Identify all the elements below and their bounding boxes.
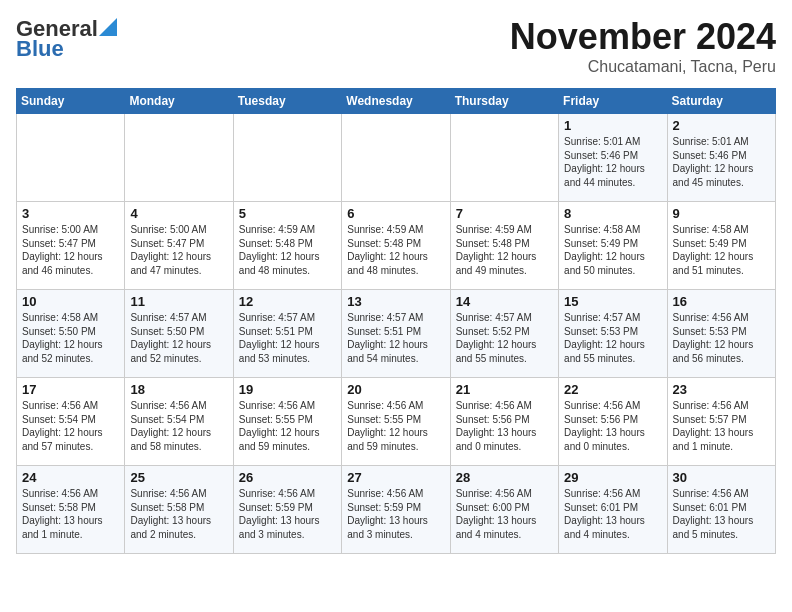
calendar-cell: 29Sunrise: 4:56 AM Sunset: 6:01 PM Dayli…: [559, 466, 667, 554]
weekday-header-cell: Tuesday: [233, 89, 341, 114]
day-number: 8: [564, 206, 661, 221]
logo: General Blue: [16, 16, 117, 62]
day-number: 29: [564, 470, 661, 485]
logo-arrow-icon: [99, 18, 117, 36]
day-number: 28: [456, 470, 553, 485]
calendar-cell: 30Sunrise: 4:56 AM Sunset: 6:01 PM Dayli…: [667, 466, 775, 554]
calendar-week-row: 17Sunrise: 4:56 AM Sunset: 5:54 PM Dayli…: [17, 378, 776, 466]
day-number: 5: [239, 206, 336, 221]
day-info: Sunrise: 4:59 AM Sunset: 5:48 PM Dayligh…: [456, 223, 553, 277]
day-info: Sunrise: 4:56 AM Sunset: 5:59 PM Dayligh…: [347, 487, 444, 541]
calendar-cell: 9Sunrise: 4:58 AM Sunset: 5:49 PM Daylig…: [667, 202, 775, 290]
calendar-table: SundayMondayTuesdayWednesdayThursdayFrid…: [16, 88, 776, 554]
calendar-cell: 18Sunrise: 4:56 AM Sunset: 5:54 PM Dayli…: [125, 378, 233, 466]
day-info: Sunrise: 4:56 AM Sunset: 5:53 PM Dayligh…: [673, 311, 770, 365]
day-number: 6: [347, 206, 444, 221]
day-info: Sunrise: 4:58 AM Sunset: 5:49 PM Dayligh…: [564, 223, 661, 277]
calendar-cell: 8Sunrise: 4:58 AM Sunset: 5:49 PM Daylig…: [559, 202, 667, 290]
weekday-header-cell: Wednesday: [342, 89, 450, 114]
day-number: 26: [239, 470, 336, 485]
svg-marker-0: [99, 18, 117, 36]
calendar-week-row: 3Sunrise: 5:00 AM Sunset: 5:47 PM Daylig…: [17, 202, 776, 290]
day-number: 27: [347, 470, 444, 485]
calendar-cell: 19Sunrise: 4:56 AM Sunset: 5:55 PM Dayli…: [233, 378, 341, 466]
calendar-cell: [17, 114, 125, 202]
calendar-cell: 11Sunrise: 4:57 AM Sunset: 5:50 PM Dayli…: [125, 290, 233, 378]
weekday-header-cell: Thursday: [450, 89, 558, 114]
day-info: Sunrise: 4:58 AM Sunset: 5:49 PM Dayligh…: [673, 223, 770, 277]
day-number: 2: [673, 118, 770, 133]
calendar-cell: 20Sunrise: 4:56 AM Sunset: 5:55 PM Dayli…: [342, 378, 450, 466]
calendar-cell: 21Sunrise: 4:56 AM Sunset: 5:56 PM Dayli…: [450, 378, 558, 466]
calendar-cell: 24Sunrise: 4:56 AM Sunset: 5:58 PM Dayli…: [17, 466, 125, 554]
day-info: Sunrise: 4:56 AM Sunset: 5:56 PM Dayligh…: [456, 399, 553, 453]
day-info: Sunrise: 4:57 AM Sunset: 5:53 PM Dayligh…: [564, 311, 661, 365]
day-info: Sunrise: 5:00 AM Sunset: 5:47 PM Dayligh…: [22, 223, 119, 277]
calendar-cell: [450, 114, 558, 202]
day-info: Sunrise: 5:00 AM Sunset: 5:47 PM Dayligh…: [130, 223, 227, 277]
calendar-cell: 12Sunrise: 4:57 AM Sunset: 5:51 PM Dayli…: [233, 290, 341, 378]
calendar-body: 1Sunrise: 5:01 AM Sunset: 5:46 PM Daylig…: [17, 114, 776, 554]
logo-blue-text: Blue: [16, 36, 64, 62]
calendar-cell: 10Sunrise: 4:58 AM Sunset: 5:50 PM Dayli…: [17, 290, 125, 378]
day-info: Sunrise: 4:57 AM Sunset: 5:51 PM Dayligh…: [347, 311, 444, 365]
calendar-cell: 26Sunrise: 4:56 AM Sunset: 5:59 PM Dayli…: [233, 466, 341, 554]
calendar-cell: 5Sunrise: 4:59 AM Sunset: 5:48 PM Daylig…: [233, 202, 341, 290]
day-number: 18: [130, 382, 227, 397]
day-number: 13: [347, 294, 444, 309]
day-number: 9: [673, 206, 770, 221]
day-info: Sunrise: 4:56 AM Sunset: 5:58 PM Dayligh…: [22, 487, 119, 541]
day-number: 3: [22, 206, 119, 221]
day-info: Sunrise: 4:56 AM Sunset: 5:57 PM Dayligh…: [673, 399, 770, 453]
day-info: Sunrise: 4:56 AM Sunset: 5:58 PM Dayligh…: [130, 487, 227, 541]
day-info: Sunrise: 4:57 AM Sunset: 5:52 PM Dayligh…: [456, 311, 553, 365]
day-info: Sunrise: 4:58 AM Sunset: 5:50 PM Dayligh…: [22, 311, 119, 365]
title-block: November 2024 Chucatamani, Tacna, Peru: [510, 16, 776, 76]
calendar-cell: 22Sunrise: 4:56 AM Sunset: 5:56 PM Dayli…: [559, 378, 667, 466]
day-info: Sunrise: 4:56 AM Sunset: 5:56 PM Dayligh…: [564, 399, 661, 453]
weekday-header-cell: Friday: [559, 89, 667, 114]
calendar-cell: 28Sunrise: 4:56 AM Sunset: 6:00 PM Dayli…: [450, 466, 558, 554]
month-title: November 2024: [510, 16, 776, 58]
day-info: Sunrise: 5:01 AM Sunset: 5:46 PM Dayligh…: [673, 135, 770, 189]
calendar-cell: 1Sunrise: 5:01 AM Sunset: 5:46 PM Daylig…: [559, 114, 667, 202]
day-number: 21: [456, 382, 553, 397]
day-info: Sunrise: 4:56 AM Sunset: 6:00 PM Dayligh…: [456, 487, 553, 541]
day-number: 1: [564, 118, 661, 133]
day-number: 16: [673, 294, 770, 309]
calendar-cell: 16Sunrise: 4:56 AM Sunset: 5:53 PM Dayli…: [667, 290, 775, 378]
calendar-cell: 4Sunrise: 5:00 AM Sunset: 5:47 PM Daylig…: [125, 202, 233, 290]
calendar-cell: 6Sunrise: 4:59 AM Sunset: 5:48 PM Daylig…: [342, 202, 450, 290]
calendar-cell: 27Sunrise: 4:56 AM Sunset: 5:59 PM Dayli…: [342, 466, 450, 554]
day-info: Sunrise: 4:56 AM Sunset: 5:54 PM Dayligh…: [130, 399, 227, 453]
calendar-cell: [233, 114, 341, 202]
day-info: Sunrise: 4:56 AM Sunset: 6:01 PM Dayligh…: [564, 487, 661, 541]
calendar-cell: 14Sunrise: 4:57 AM Sunset: 5:52 PM Dayli…: [450, 290, 558, 378]
day-number: 11: [130, 294, 227, 309]
day-number: 7: [456, 206, 553, 221]
day-info: Sunrise: 4:56 AM Sunset: 5:55 PM Dayligh…: [347, 399, 444, 453]
calendar-week-row: 1Sunrise: 5:01 AM Sunset: 5:46 PM Daylig…: [17, 114, 776, 202]
day-info: Sunrise: 5:01 AM Sunset: 5:46 PM Dayligh…: [564, 135, 661, 189]
calendar-cell: 3Sunrise: 5:00 AM Sunset: 5:47 PM Daylig…: [17, 202, 125, 290]
day-info: Sunrise: 4:59 AM Sunset: 5:48 PM Dayligh…: [347, 223, 444, 277]
day-number: 19: [239, 382, 336, 397]
calendar-week-row: 10Sunrise: 4:58 AM Sunset: 5:50 PM Dayli…: [17, 290, 776, 378]
day-number: 30: [673, 470, 770, 485]
location: Chucatamani, Tacna, Peru: [510, 58, 776, 76]
day-info: Sunrise: 4:59 AM Sunset: 5:48 PM Dayligh…: [239, 223, 336, 277]
day-number: 24: [22, 470, 119, 485]
day-number: 4: [130, 206, 227, 221]
day-info: Sunrise: 4:56 AM Sunset: 6:01 PM Dayligh…: [673, 487, 770, 541]
day-number: 23: [673, 382, 770, 397]
day-info: Sunrise: 4:57 AM Sunset: 5:51 PM Dayligh…: [239, 311, 336, 365]
calendar-cell: 15Sunrise: 4:57 AM Sunset: 5:53 PM Dayli…: [559, 290, 667, 378]
weekday-header-cell: Saturday: [667, 89, 775, 114]
calendar-cell: [342, 114, 450, 202]
day-number: 17: [22, 382, 119, 397]
day-number: 15: [564, 294, 661, 309]
calendar-cell: 17Sunrise: 4:56 AM Sunset: 5:54 PM Dayli…: [17, 378, 125, 466]
calendar-cell: 13Sunrise: 4:57 AM Sunset: 5:51 PM Dayli…: [342, 290, 450, 378]
calendar-week-row: 24Sunrise: 4:56 AM Sunset: 5:58 PM Dayli…: [17, 466, 776, 554]
day-number: 25: [130, 470, 227, 485]
